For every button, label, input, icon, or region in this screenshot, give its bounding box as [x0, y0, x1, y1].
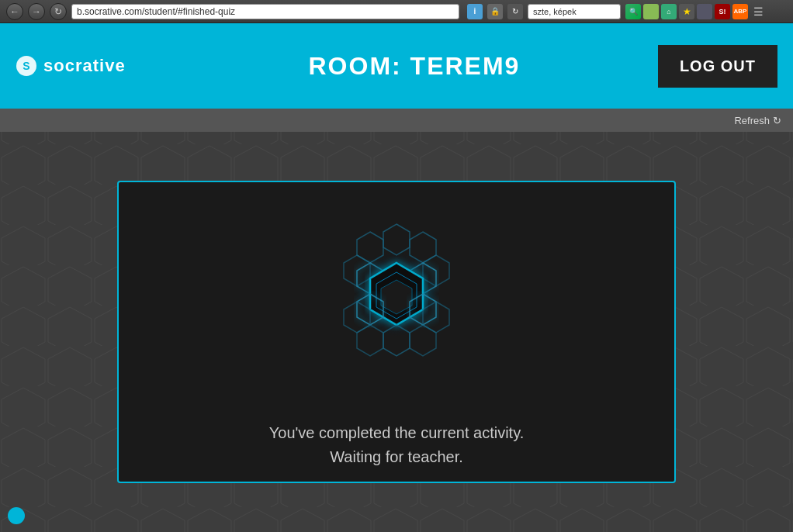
logout-button[interactable]: LOG OUT: [658, 45, 777, 88]
menu-icon[interactable]: ☰: [750, 4, 766, 19]
refresh-bar: Refresh ↻: [0, 109, 793, 132]
search-bar[interactable]: szte, képek: [528, 4, 621, 19]
room-title: ROOM: terem9: [171, 52, 658, 81]
svg-text:S: S: [23, 60, 29, 72]
browser-bar: ← → ↻ b.socrative.com/student/#finished-…: [0, 0, 793, 23]
quiz-card: You've completed the current activity. W…: [117, 181, 676, 483]
forward-button[interactable]: →: [28, 3, 45, 20]
message-area: You've completed the current activity. W…: [254, 409, 539, 482]
app-wrapper: S socrative ROOM: terem9 LOG OUT Refresh…: [0, 23, 793, 532]
ext-icon1[interactable]: [643, 4, 659, 19]
adblock-icon[interactable]: ABP: [732, 4, 748, 19]
app-header: S socrative ROOM: terem9 LOG OUT: [0, 23, 793, 109]
honeycomb-area: [119, 182, 674, 409]
socrative-logo-icon: S: [16, 55, 37, 77]
ext-icon3[interactable]: S!: [715, 4, 730, 19]
browser-chrome: ← → ↻ b.socrative.com/student/#finished-…: [0, 0, 793, 23]
back-button[interactable]: ←: [6, 3, 23, 20]
search-icon[interactable]: 🔍: [625, 4, 641, 19]
url-text: b.socrative.com/student/#finished-quiz: [77, 6, 235, 17]
refresh-label: Refresh: [734, 115, 770, 126]
message-line2: Waiting for teacher.: [269, 448, 524, 466]
address-bar[interactable]: b.socrative.com/student/#finished-quiz: [71, 4, 459, 19]
star-icon[interactable]: ★: [679, 4, 694, 19]
refresh-browser-icon[interactable]: ↻: [507, 4, 523, 19]
content-area: You've completed the current activity. W…: [0, 132, 793, 532]
ext-icon2[interactable]: [697, 4, 712, 19]
honeycomb-svg: [311, 210, 482, 381]
home-icon[interactable]: ⌂: [661, 4, 677, 19]
refresh-link[interactable]: Refresh ↻: [734, 115, 781, 126]
info-icon[interactable]: i: [467, 4, 483, 19]
logo-text: socrative: [43, 56, 126, 76]
logo-area: S socrative: [16, 55, 171, 77]
reload-button[interactable]: ↻: [50, 3, 67, 20]
ssl-icon[interactable]: 🔒: [487, 4, 503, 19]
svg-marker-2: [383, 224, 410, 255]
refresh-icon: ↻: [773, 115, 781, 126]
bottom-logo-area: [8, 507, 25, 524]
search-text: szte, képek: [533, 7, 577, 16]
message-line1: You've completed the current activity.: [269, 424, 524, 442]
bottom-logo-icon: [8, 507, 25, 524]
